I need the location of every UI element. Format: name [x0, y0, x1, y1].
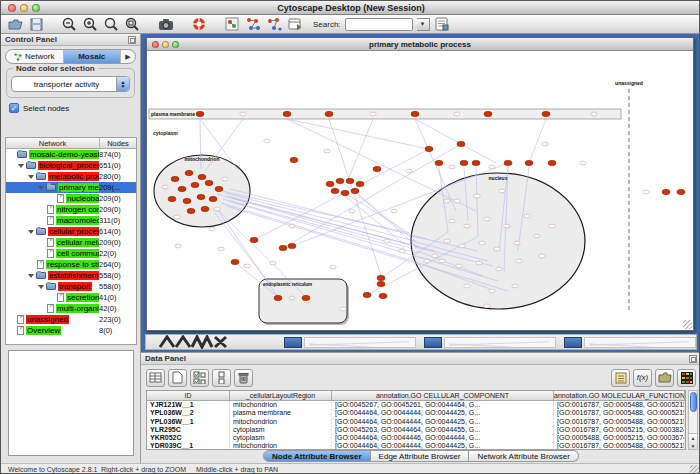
scrollbar-arrows[interactable]: ▲▼	[689, 433, 697, 449]
tree-row[interactable]: macromolecule311(0)	[6, 215, 136, 226]
import-network-button[interactable]	[286, 16, 303, 32]
gene-node-unselected[interactable]	[459, 244, 465, 248]
attribute-table-button[interactable]	[146, 369, 165, 387]
gene-node[interactable]	[373, 166, 381, 171]
table-row[interactable]: YPL036W__2plasma membrane[GO:0044464, GO…	[147, 409, 685, 417]
network-canvas[interactable]: plasma membranecytoplasmmitochondrionnuc…	[147, 51, 693, 330]
gene-node-unselected[interactable]	[549, 224, 555, 228]
minimized-window-bar[interactable]	[304, 337, 416, 348]
tree-row[interactable]: primary metabo209(...	[6, 182, 136, 193]
expand-arrow-icon[interactable]	[28, 274, 34, 278]
gene-node-unselected[interactable]	[591, 112, 597, 116]
table-row[interactable]: YKR052Ccytoplasm[GO:0044464, GO:0044446,…	[147, 434, 685, 442]
unselect-attributes-button[interactable]	[212, 369, 231, 387]
gene-node-unselected[interactable]	[370, 112, 376, 116]
minimized-window-bar[interactable]	[444, 337, 556, 348]
gene-node[interactable]	[379, 293, 387, 298]
gene-node-unselected[interactable]	[542, 142, 548, 146]
gene-node-unselected[interactable]	[524, 214, 530, 218]
gene-node-unselected[interactable]	[504, 224, 510, 228]
gene-node-unselected[interactable]	[240, 112, 246, 116]
new-attribute-button[interactable]	[168, 369, 187, 387]
gene-node-unselected[interactable]	[539, 254, 545, 258]
gene-node[interactable]	[548, 160, 556, 165]
gene-node[interactable]	[191, 182, 199, 187]
gene-node-unselected[interactable]	[484, 304, 490, 308]
heatmap-button[interactable]	[677, 369, 696, 387]
table-row[interactable]: YJR121W__1mitochondrion[GO:0045267, GO:0…	[147, 401, 685, 409]
hide-selected-button[interactable]	[265, 16, 282, 32]
gene-node[interactable]	[460, 160, 468, 165]
table-row[interactable]: YDR039C__1mitochondrion[GO:0044464, GO:0…	[147, 442, 685, 450]
tree-row[interactable]: nitrogen compo209(0)	[6, 204, 136, 215]
gene-node[interactable]	[351, 188, 359, 193]
gene-node[interactable]	[209, 196, 217, 201]
gene-node-unselected[interactable]	[384, 239, 390, 243]
gene-node-unselected[interactable]	[391, 209, 397, 213]
gene-node[interactable]	[356, 181, 364, 186]
gene-node-unselected[interactable]	[580, 161, 586, 165]
minimize-icon[interactable]	[20, 4, 28, 12]
gene-node[interactable]	[168, 196, 176, 201]
gene-node-unselected[interactable]	[218, 247, 224, 251]
window-resize-grip[interactable]	[683, 320, 692, 329]
gene-node-unselected[interactable]	[479, 241, 485, 245]
search-dropdown-button[interactable]: ▼	[417, 18, 430, 31]
expand-arrow-icon[interactable]	[28, 175, 34, 179]
gene-node-unselected[interactable]	[464, 284, 470, 288]
gene-node-unselected[interactable]	[499, 189, 505, 193]
tabs-overflow-button[interactable]: ▶	[121, 50, 135, 63]
tab-mosaic[interactable]: Mosaic	[64, 50, 122, 63]
gene-node-unselected[interactable]	[330, 265, 336, 269]
gene-node[interactable]	[662, 189, 670, 194]
gene-node[interactable]	[171, 176, 179, 181]
gene-node-unselected[interactable]	[534, 234, 540, 238]
nucleus-region[interactable]	[411, 173, 585, 309]
gene-node[interactable]	[197, 194, 205, 199]
gene-node[interactable]	[302, 295, 310, 300]
gene-node[interactable]	[377, 275, 385, 280]
gene-node[interactable]	[290, 157, 298, 162]
gene-node[interactable]	[201, 206, 209, 211]
tree-row[interactable]: nucleobase-209(0)	[6, 193, 136, 204]
save-button[interactable]	[28, 16, 45, 32]
gene-node-unselected[interactable]	[494, 247, 500, 251]
network-window-titlebar[interactable]: primary metabolic process	[147, 38, 693, 51]
table-scrollbar[interactable]: ▲▼	[688, 390, 698, 450]
gene-node[interactable]	[250, 237, 258, 242]
gene-node-unselected[interactable]	[489, 289, 495, 293]
gene-node[interactable]	[542, 111, 550, 116]
float-data-panel-icon[interactable]	[689, 355, 697, 363]
gene-node[interactable]	[504, 160, 512, 165]
gene-node[interactable]	[677, 189, 685, 194]
gene-node[interactable]	[457, 141, 465, 146]
gene-node-unselected[interactable]	[399, 249, 405, 253]
tree-row[interactable]: metabolic process280(0)	[6, 171, 136, 182]
expand-arrow-icon[interactable]	[38, 285, 44, 289]
gene-node-unselected[interactable]	[289, 296, 295, 300]
gene-node[interactable]	[484, 111, 492, 116]
gene-node[interactable]	[288, 243, 296, 248]
tree-row[interactable]: transport558(0)	[6, 281, 136, 292]
tab-node-attribute-browser[interactable]: Node Attribute Browser	[263, 450, 371, 462]
gene-node-unselected[interactable]	[489, 165, 495, 169]
minimized-window-icon[interactable]	[284, 337, 302, 348]
gene-node[interactable]	[215, 186, 223, 191]
import-attributes-button[interactable]	[655, 369, 674, 387]
gene-node[interactable]	[346, 178, 354, 183]
gene-node[interactable]	[325, 111, 333, 116]
minimized-window-icon[interactable]	[424, 337, 442, 348]
gene-node-unselected[interactable]	[456, 264, 462, 268]
gene-node-unselected[interactable]	[449, 165, 455, 169]
expand-arrow-icon[interactable]	[28, 230, 34, 234]
gene-node[interactable]	[178, 186, 186, 191]
select-attributes-button[interactable]	[190, 369, 209, 387]
gene-node-unselected[interactable]	[516, 259, 522, 263]
open-button[interactable]	[7, 16, 24, 32]
attribute-table-header[interactable]: ID _cellularLayoutRegion annotation.GO C…	[147, 391, 685, 401]
gene-node-unselected[interactable]	[643, 190, 649, 194]
gene-node[interactable]	[331, 188, 339, 193]
gene-node-unselected[interactable]	[264, 139, 270, 143]
gene-node[interactable]	[326, 181, 334, 186]
node-color-dropdown[interactable]: transporter activity ▲▼	[11, 76, 130, 92]
